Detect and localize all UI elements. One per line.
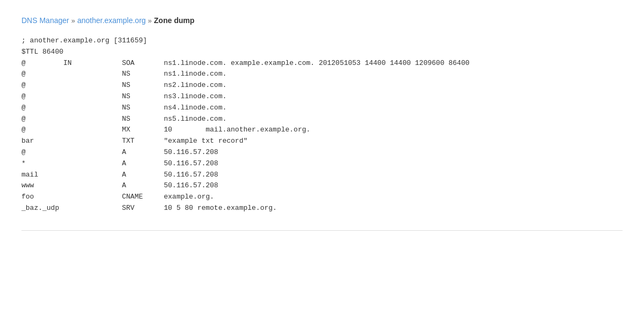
breadcrumb-current: Zone dump [154, 16, 194, 25]
breadcrumb-sep-1: » [71, 17, 75, 25]
breadcrumb-sep-2: » [148, 17, 152, 25]
breadcrumb-domain[interactable]: another.example.org [77, 16, 146, 25]
zone-dump-content: ; another.example.org [311659] $TTL 8640… [21, 35, 623, 214]
breadcrumb: DNS Manager » another.example.org » Zone… [21, 16, 623, 25]
breadcrumb-dns-manager[interactable]: DNS Manager [21, 16, 69, 25]
page-container: DNS Manager » another.example.org » Zone… [0, 0, 644, 247]
bottom-divider [21, 230, 623, 231]
